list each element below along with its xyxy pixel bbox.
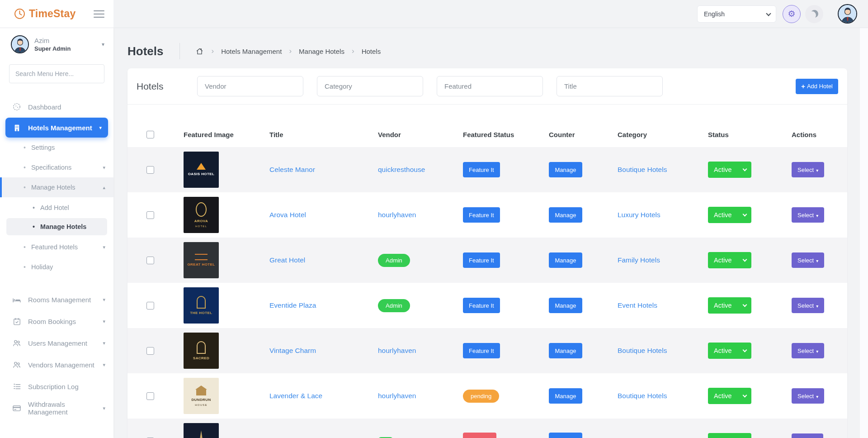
select-actions-button[interactable]: Select▾	[792, 343, 824, 358]
feature-it-button[interactable]: Feature It	[463, 298, 500, 313]
sidebar-item-label: Withdrawals Management	[28, 400, 96, 416]
user-avatar[interactable]	[838, 4, 857, 24]
settings-button[interactable]: ⚙	[783, 5, 801, 23]
table-row: GREAT HOTELGreat HotelAdminFeature ItMan…	[127, 238, 847, 283]
row-checkbox[interactable]	[146, 211, 154, 219]
hotel-title-link[interactable]: Celeste Manor	[269, 166, 315, 173]
sidebar-item-users-management[interactable]: Users Management ▾	[0, 332, 113, 354]
sidebar-item-manage-hotels-current[interactable]: • Manage Hotels	[6, 218, 107, 235]
sidebar-user[interactable]: Azim Super Admin ▾	[0, 28, 113, 60]
breadcrumb-hotels[interactable]: Hotels	[362, 48, 381, 55]
hotel-featured-image: THE HOTEL	[184, 287, 219, 324]
sidebar-item-withdrawals-management[interactable]: Withdrawals Management ▾	[0, 397, 113, 419]
vendor-link[interactable]: hourlyhaven	[378, 392, 416, 400]
hotel-featured-image	[184, 423, 219, 438]
brand-logo[interactable]: TimeStay	[14, 8, 75, 20]
feature-it-button[interactable]: Feature It	[463, 162, 500, 177]
vendor-link[interactable]: hourlyhaven	[378, 347, 416, 354]
category-link[interactable]: Event Hotels	[618, 301, 657, 309]
language-select[interactable]: English	[697, 5, 776, 23]
feature-it-button[interactable]: Feature It	[463, 343, 500, 358]
select-actions-button[interactable]: Select▾	[792, 298, 824, 313]
sidebar-item-label: Add Hotel	[40, 204, 69, 211]
hotel-logo-text: OASIS HOTEL	[187, 172, 216, 176]
hamburger-menu-icon[interactable]	[94, 10, 104, 18]
dark-mode-button[interactable]	[805, 5, 823, 23]
manage-counter-button[interactable]: Manage	[549, 207, 582, 223]
hotel-title-link[interactable]: Great Hotel	[269, 256, 305, 264]
hotel-title-link[interactable]: Eventide Plaza	[269, 301, 316, 309]
sidebar-item-add-hotel[interactable]: • Add Hotel	[6, 199, 107, 216]
unfeature-button[interactable]	[463, 433, 496, 438]
select-actions-button[interactable]: Select▾	[792, 207, 824, 223]
sidebar-item-manage-hotels[interactable]: • Manage Hotels ▴	[0, 177, 113, 197]
manage-counter-button[interactable]: Manage	[549, 162, 582, 177]
row-checkbox[interactable]	[146, 166, 154, 174]
vendor-admin-badge: Admin	[378, 299, 410, 312]
category-link[interactable]: Boutique Hotels	[618, 347, 667, 354]
manage-counter-button[interactable]: Manage	[549, 343, 582, 358]
manage-counter-button[interactable]: Manage	[549, 252, 582, 268]
hotel-title-link[interactable]: Lavender & Lace	[269, 392, 322, 400]
status-select[interactable]: Active	[708, 162, 751, 178]
status-select[interactable]: Active	[708, 388, 751, 404]
title-filter-input[interactable]	[557, 76, 663, 96]
hotel-featured-image: SACRED	[184, 333, 219, 369]
bullet-icon: •	[33, 223, 35, 230]
hotel-title-link[interactable]: Vintage Charm	[269, 347, 316, 354]
caret-down-icon: ▾	[816, 258, 818, 263]
table-row: AROVAHOTELArova HotelhourlyhavenFeature …	[127, 192, 847, 238]
row-checkbox[interactable]	[146, 302, 154, 309]
select-all-checkbox[interactable]	[146, 131, 154, 138]
category-filter-input[interactable]	[317, 76, 423, 96]
featured-filter-input[interactable]	[437, 76, 543, 96]
vendor-link[interactable]: hourlyhaven	[378, 211, 416, 219]
sidebar-item-rooms-management[interactable]: Rooms Management ▾	[0, 289, 113, 310]
dashboard-icon	[12, 102, 22, 111]
row-checkbox[interactable]	[146, 257, 154, 264]
category-link[interactable]: Luxury Hotels	[618, 211, 660, 219]
add-hotel-button[interactable]: + Add Hotel	[796, 79, 838, 94]
vendor-filter-input[interactable]	[197, 76, 303, 96]
status-select[interactable]	[708, 433, 751, 438]
sidebar-item-holiday[interactable]: • Holiday	[0, 257, 113, 277]
sidebar-item-room-bookings[interactable]: Room Bookings ▾	[0, 310, 113, 332]
status-select[interactable]: Active	[708, 297, 751, 314]
calendar-check-icon	[12, 317, 22, 326]
status-select[interactable]: Active	[708, 252, 751, 268]
sidebar-item-settings[interactable]: • Settings	[0, 138, 113, 157]
vendor-link[interactable]: quickresthouse	[378, 166, 425, 173]
sidebar-item-dashboard[interactable]: Dashboard	[0, 96, 113, 118]
page-header: Hotels › Hotels Management › Manage Hote…	[127, 43, 847, 59]
brand-name: TimeStay	[29, 8, 75, 20]
manage-counter-button[interactable]: Manage	[549, 298, 582, 313]
hotel-title-link[interactable]: Arova Hotel	[269, 211, 306, 219]
sidebar-item-specifications[interactable]: • Specifications ▾	[0, 157, 113, 177]
breadcrumb-hotels-management[interactable]: Hotels Management	[221, 48, 282, 55]
scrollbar-track[interactable]	[860, 28, 868, 438]
sidebar-item-subscription-log[interactable]: Subscription Log	[0, 376, 113, 397]
home-icon[interactable]	[195, 47, 204, 56]
select-actions-button[interactable]: Select▾	[792, 388, 824, 404]
category-link[interactable]: Family Hotels	[618, 256, 660, 264]
sidebar-item-hotels-management[interactable]: Hotels Management ▾	[5, 118, 108, 138]
row-checkbox[interactable]	[146, 347, 154, 355]
select-actions-button[interactable]: ▾	[792, 433, 823, 438]
category-link[interactable]: Boutique Hotels	[618, 166, 667, 173]
manage-counter-button[interactable]	[549, 433, 582, 438]
breadcrumb-manage-hotels[interactable]: Manage Hotels	[299, 48, 344, 55]
select-actions-button[interactable]: Select▾	[792, 252, 824, 268]
sidebar-item-featured-hotels[interactable]: • Featured Hotels ▾	[0, 237, 113, 257]
sidebar-user-avatar	[11, 35, 29, 53]
sidebar-item-label: Rooms Management	[28, 296, 96, 304]
feature-it-button[interactable]: Feature It	[463, 252, 500, 268]
manage-counter-button[interactable]: Manage	[549, 388, 582, 404]
feature-it-button[interactable]: Feature It	[463, 207, 500, 223]
sidebar-item-vendors-management[interactable]: Vendors Management ▾	[0, 354, 113, 376]
row-checkbox[interactable]	[146, 392, 154, 400]
select-actions-button[interactable]: Select▾	[792, 162, 824, 177]
status-select[interactable]: Active	[708, 207, 751, 223]
category-link[interactable]: Boutique Hotels	[618, 392, 667, 400]
sidebar-search-input[interactable]	[9, 64, 104, 83]
status-select[interactable]: Active	[708, 343, 751, 359]
